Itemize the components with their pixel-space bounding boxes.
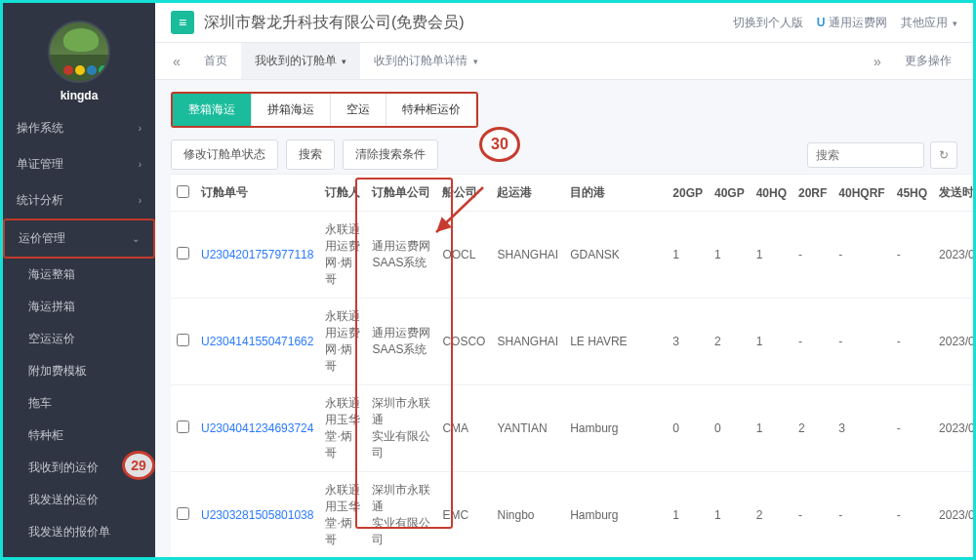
col-header-4: 起运港 xyxy=(491,175,564,212)
tabs-prev-button[interactable]: « xyxy=(163,44,190,79)
company-label: 深圳市永联通 实业有限公司 xyxy=(372,396,430,460)
sidebar-subitem-1[interactable]: 海运拼箱 xyxy=(3,291,155,323)
sidebar-subitem-3[interactable]: 附加费模板 xyxy=(3,355,155,387)
other-apps-link[interactable]: 其他应用 ▾ xyxy=(901,15,957,31)
tab-0[interactable]: 整箱海运 xyxy=(173,94,252,126)
booker-link[interactable]: 永联通 用运费 网·炳哥 xyxy=(325,309,360,373)
cell: 1 xyxy=(709,472,751,558)
sidebar-subitem-0[interactable]: 海运整箱 xyxy=(3,259,155,291)
sidebar-item-1[interactable]: 单证管理› xyxy=(3,146,155,182)
breadcrumb-detail[interactable]: 收到的订舱单详情 ▾ xyxy=(360,43,491,79)
menu-toggle-button[interactable]: ≡ xyxy=(171,11,194,34)
sidebar-item-3[interactable]: 运价管理⌄ xyxy=(3,219,155,259)
sidebar-subitem-2[interactable]: 空运运价 xyxy=(3,323,155,355)
app-frame: kingda 操作系统›单证管理›统计分析›运价管理⌄海运整箱海运拼箱空运运价附… xyxy=(0,0,976,560)
col-header-7: 40GP xyxy=(709,175,751,212)
row-checkbox[interactable] xyxy=(177,507,189,520)
tab-3[interactable]: 特种柜运价 xyxy=(386,94,476,126)
select-all-checkbox[interactable] xyxy=(177,185,189,198)
breadcrumb-home[interactable]: 首页 xyxy=(190,43,241,79)
tabs-next-button[interactable]: » xyxy=(864,44,891,79)
company-label: 通用运费网 SAAS系统 xyxy=(372,239,430,269)
sidebar-subitem-6[interactable]: 我收到的运价 xyxy=(3,452,155,484)
breadcrumb-received[interactable]: 我收到的订舱单 ▾ xyxy=(241,43,360,79)
cell: - xyxy=(793,472,833,558)
cell: 2023/04/4 xyxy=(933,385,973,472)
cell: 1 xyxy=(751,299,793,385)
search-input[interactable] xyxy=(807,142,924,168)
row-checkbox[interactable] xyxy=(177,334,189,346)
cell: SHANGHAI xyxy=(491,299,564,385)
cell: 3 xyxy=(667,299,709,385)
table-row: U2304041234693724永联通 用玉华 堂·炳哥深圳市永联通 实业有限… xyxy=(171,385,973,472)
username-label: kingda xyxy=(3,89,155,102)
sidebar-subitem-7[interactable]: 我发送的运价 xyxy=(3,484,155,516)
cell: LE HAVRE xyxy=(564,299,667,385)
table-row: U2304201757977118永联通 用运费 网·炳哥通用运费网 SAAS系… xyxy=(171,212,973,299)
cell: - xyxy=(891,472,933,558)
refresh-button[interactable]: ↻ xyxy=(930,141,957,169)
more-ops-link[interactable]: 更多操作 xyxy=(891,43,965,79)
cell: SHANGHAI xyxy=(491,212,564,299)
col-header-1: 订舱人 xyxy=(319,175,366,212)
row-checkbox[interactable] xyxy=(177,420,189,433)
booker-link[interactable]: 永联通 用玉华 堂·炳哥 xyxy=(325,396,360,460)
sidebar-subitem-8[interactable]: 我发送的报价单 xyxy=(3,516,155,548)
modify-status-button[interactable]: 修改订舱单状态 xyxy=(171,140,278,170)
avatar-section: kingda xyxy=(3,3,155,110)
cell: - xyxy=(833,472,890,558)
booking-id-link[interactable]: U2304041234693724 xyxy=(201,421,313,435)
avatar[interactable] xyxy=(48,20,110,83)
switch-personal-link[interactable]: 切换到个人版 xyxy=(733,15,803,31)
cell: CMA xyxy=(436,385,491,472)
cell: 3 xyxy=(833,385,890,472)
col-header-8: 40HQ xyxy=(751,175,793,212)
col-header-11: 45HQ xyxy=(891,175,933,212)
cell: COSCO xyxy=(436,299,491,385)
freight-net-link[interactable]: U 通用运费网 xyxy=(817,15,887,31)
cell: 2023/03/28 xyxy=(933,472,973,558)
row-checkbox[interactable] xyxy=(177,247,189,260)
sidebar-item-0[interactable]: 操作系统› xyxy=(3,110,155,146)
cell: Hamburg xyxy=(564,385,667,472)
booking-id-link[interactable]: U2304141550471662 xyxy=(201,335,313,348)
sidebar-subitem-5[interactable]: 特种柜 xyxy=(3,420,155,452)
table-toolbar: 修改订舱单状态 搜索 清除搜索条件 ↻ xyxy=(171,140,957,170)
col-header-9: 20RF xyxy=(793,175,833,212)
topbar: ≡ 深圳市磐龙升科技有限公司(免费会员) 切换到个人版 U 通用运费网 其他应用… xyxy=(155,3,973,43)
breadcrumbs: « 首页 我收到的订舱单 ▾ 收到的订舱单详情 ▾ » 更多操作 xyxy=(155,43,973,80)
cell: 1 xyxy=(751,385,793,472)
clear-search-button[interactable]: 清除搜索条件 xyxy=(343,140,438,170)
booking-id-link[interactable]: U2304201757977118 xyxy=(201,248,313,261)
cell: Hamburg xyxy=(564,472,667,558)
cell: 2023/04/14 xyxy=(933,299,973,385)
search-button[interactable]: 搜索 xyxy=(286,140,335,170)
cell: 1 xyxy=(667,212,709,299)
col-header-0: 订舱单号 xyxy=(195,175,319,212)
side-menu: 操作系统›单证管理›统计分析›运价管理⌄海运整箱海运拼箱空运运价附加费模板拖车特… xyxy=(3,110,155,557)
cell: EMC xyxy=(436,472,491,558)
content: 图12 30 整箱海运拼箱海运空运特种柜运价 修改订舱单状态 搜索 清除搜索条件… xyxy=(155,80,973,557)
cell: - xyxy=(793,212,833,299)
booker-link[interactable]: 永联通 用运费 网·炳哥 xyxy=(325,222,360,286)
cell: Ningbo xyxy=(491,472,564,558)
table-row: U2303281505801038永联通 用玉华 堂·炳哥深圳市永联通 实业有限… xyxy=(171,472,973,558)
cell: - xyxy=(833,299,890,385)
page-title: 深圳市磐龙升科技有限公司(免费会员) xyxy=(204,13,465,33)
sidebar-subitem-9[interactable]: 我收到的报价单 xyxy=(3,548,155,557)
cell: 1 xyxy=(667,472,709,558)
tab-2[interactable]: 空运 xyxy=(331,94,386,126)
cell: 0 xyxy=(709,385,751,472)
col-header-10: 40HQRF xyxy=(833,175,890,212)
cell: - xyxy=(793,299,833,385)
tab-1[interactable]: 拼箱海运 xyxy=(252,94,331,126)
booker-link[interactable]: 永联通 用玉华 堂·炳哥 xyxy=(325,483,360,546)
cell: 2 xyxy=(751,472,793,558)
cell: - xyxy=(833,212,890,299)
cell: - xyxy=(891,212,933,299)
col-header-6: 20GP xyxy=(667,175,709,212)
booking-id-link[interactable]: U2303281505801038 xyxy=(201,508,313,522)
sidebar-subitem-4[interactable]: 拖车 xyxy=(3,387,155,420)
col-header-5: 目的港 xyxy=(564,175,667,212)
sidebar-item-2[interactable]: 统计分析› xyxy=(3,182,155,219)
